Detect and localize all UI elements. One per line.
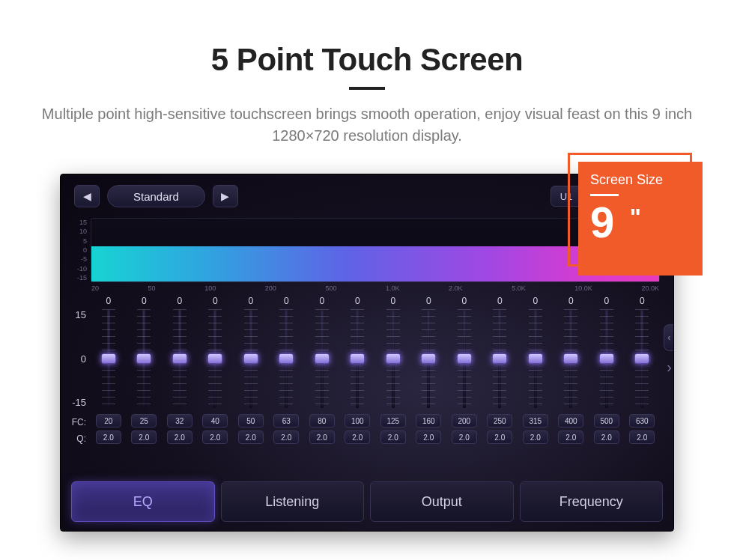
slider-knob[interactable] <box>315 353 330 364</box>
preset-next-button[interactable]: ▶ <box>213 185 238 207</box>
band-slider[interactable] <box>529 309 542 408</box>
tab-frequency[interactable]: Frequency <box>520 481 664 522</box>
band-slider[interactable] <box>635 309 649 408</box>
triangle-right-icon: ▶ <box>221 190 229 202</box>
band-fc-chip[interactable]: 315 <box>523 414 548 427</box>
band-slider[interactable] <box>208 309 222 408</box>
band-fc-chip[interactable]: 63 <box>273 414 299 427</box>
band-slider[interactable] <box>102 309 115 408</box>
band-q-chip[interactable]: 2.0 <box>416 430 441 444</box>
tab-eq[interactable]: EQ <box>71 481 215 522</box>
slider-knob[interactable] <box>386 353 401 364</box>
band-q-chip[interactable]: 2.0 <box>523 430 548 444</box>
band-q-chip[interactable]: 2.0 <box>273 430 299 444</box>
band-gain-value: 0 <box>604 296 609 308</box>
band-slider[interactable] <box>244 309 258 408</box>
eq-band: 02002.0 <box>446 296 482 453</box>
band-slider[interactable] <box>315 309 329 408</box>
screen-size-callout: Screen Size 9 " <box>578 162 703 276</box>
slider-knob[interactable] <box>563 353 578 364</box>
band-fc-chip[interactable]: 200 <box>452 414 477 427</box>
xtick: 500 <box>325 284 336 292</box>
band-q-chip[interactable]: 2.0 <box>96 430 121 444</box>
band-fc-chip[interactable]: 250 <box>487 414 512 427</box>
band-slider[interactable] <box>137 309 151 408</box>
band-fc-chip[interactable]: 32 <box>167 414 192 427</box>
band-gain-value: 0 <box>533 296 538 308</box>
band-gain-value: 0 <box>355 296 360 308</box>
side-expand-tab[interactable]: ‹ <box>664 324 674 351</box>
preset-prev-button[interactable]: ◀ <box>74 185 100 207</box>
band-q-chip[interactable]: 2.0 <box>167 430 192 444</box>
band-slider[interactable] <box>279 309 293 408</box>
slider-knob[interactable] <box>599 353 614 364</box>
tab-listening[interactable]: Listening <box>221 481 365 522</box>
slider-knob[interactable] <box>528 353 543 364</box>
band-slider[interactable] <box>564 309 577 408</box>
ytick: 0 <box>70 246 87 254</box>
band-slider[interactable] <box>458 309 471 408</box>
band-q-chip[interactable]: 2.0 <box>202 430 228 444</box>
band-slider[interactable] <box>600 309 613 408</box>
band-q-chip[interactable]: 2.0 <box>629 430 655 444</box>
band-slider[interactable] <box>493 309 506 408</box>
slider-knob[interactable] <box>279 353 294 364</box>
slider-knob[interactable] <box>207 353 222 364</box>
band-q-chip[interactable]: 2.0 <box>131 430 157 444</box>
slider-knob[interactable] <box>136 353 151 364</box>
band-slider[interactable] <box>386 309 400 408</box>
band-q-chip[interactable]: 2.0 <box>380 430 406 444</box>
band-fc-chip[interactable]: 400 <box>558 414 583 427</box>
xtick: 1.0K <box>386 284 400 292</box>
slider-knob[interactable] <box>492 353 507 364</box>
band-slider[interactable] <box>351 309 364 408</box>
band-slider[interactable] <box>422 309 435 408</box>
tab-output[interactable]: Output <box>370 481 514 522</box>
band-fc-chip[interactable]: 40 <box>202 414 228 427</box>
band-fc-chip[interactable]: 500 <box>594 414 619 427</box>
eq-ytick: 0 <box>65 353 86 365</box>
band-q-chip[interactable]: 2.0 <box>238 430 264 444</box>
eq-band: 01002.0 <box>340 296 376 453</box>
xtick: 50 <box>148 284 156 292</box>
slider-knob[interactable] <box>243 353 258 364</box>
eq-ytick: -15 <box>65 397 86 408</box>
band-fc-chip[interactable]: 80 <box>309 414 335 427</box>
band-fc-chip[interactable]: 160 <box>416 414 441 427</box>
xtick: 20 <box>91 284 99 292</box>
slider-knob[interactable] <box>172 353 187 364</box>
band-q-chip[interactable]: 2.0 <box>309 430 335 444</box>
title-divider <box>349 87 385 90</box>
eq-ytick: 15 <box>65 309 86 320</box>
slider-knob[interactable] <box>421 353 436 364</box>
bands-scroll-right[interactable]: › <box>667 359 672 376</box>
slider-knob[interactable] <box>101 353 116 364</box>
band-gain-value: 0 <box>426 296 431 308</box>
band-gain-value: 0 <box>568 296 574 308</box>
band-gain-value: 0 <box>142 296 147 308</box>
eq-band: 0632.0 <box>269 296 305 453</box>
preset-selector[interactable]: Standard <box>107 185 205 207</box>
eq-bands-area: 15 0 -15 FC: Q: 0202.00252.00322.00402.0… <box>91 296 660 453</box>
band-q-chip[interactable]: 2.0 <box>452 430 477 444</box>
slider-knob[interactable] <box>634 353 649 364</box>
eq-band: 0202.0 <box>91 296 127 453</box>
slider-knob[interactable] <box>350 353 365 364</box>
band-fc-chip[interactable]: 100 <box>345 414 370 427</box>
band-fc-chip[interactable]: 50 <box>238 414 264 427</box>
fc-row-label: FC: <box>65 417 86 427</box>
band-q-chip[interactable]: 2.0 <box>487 430 512 444</box>
band-q-chip[interactable]: 2.0 <box>345 430 370 444</box>
band-fc-chip[interactable]: 630 <box>629 414 655 427</box>
band-fc-chip[interactable]: 125 <box>380 414 406 427</box>
ytick: 10 <box>70 228 87 235</box>
eq-band: 05002.0 <box>589 296 625 453</box>
slider-knob[interactable] <box>457 353 472 364</box>
band-fc-chip[interactable]: 20 <box>96 414 121 427</box>
band-gain-value: 0 <box>106 296 111 308</box>
band-slider[interactable] <box>173 309 186 408</box>
preset-name: Standard <box>133 190 179 203</box>
band-fc-chip[interactable]: 25 <box>131 414 157 427</box>
band-q-chip[interactable]: 2.0 <box>594 430 619 444</box>
band-q-chip[interactable]: 2.0 <box>558 430 583 444</box>
